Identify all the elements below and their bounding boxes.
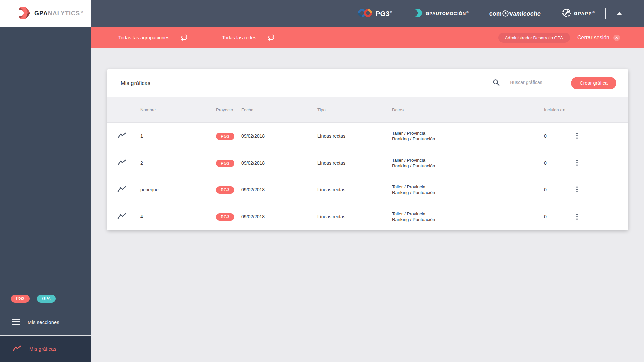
brand-gpautomocion[interactable]: GPAUTOMOCIÓN® <box>413 8 469 19</box>
card-header: Mis gráficas Crear gráfica <box>107 69 628 97</box>
cell-datos: Taller / Provincia Ranking / Puntuación <box>392 184 435 195</box>
filter-networks-label[interactable]: Todas las redes <box>222 35 256 40</box>
search-area: Crear gráfica <box>492 77 616 89</box>
filter-groupings-label[interactable]: Todas las agrupaciones <box>118 35 169 40</box>
charts-card: Mis gráficas Crear gráfica Nombre Proyec… <box>107 69 628 230</box>
logout-x-icon[interactable]: ✕ <box>613 35 620 41</box>
row-options-kebab-icon[interactable] <box>575 131 579 141</box>
cell-proyecto-badge: PG3 <box>216 160 234 166</box>
cell-fecha: 09/02/2018 <box>241 160 265 166</box>
brand-comprovamicoche[interactable]: comvamicoche <box>489 10 541 17</box>
table-row[interactable]: 1 PG3 09/02/2018 Líneas rectas Taller / … <box>107 123 628 149</box>
column-header-fecha: Fecha <box>241 107 253 112</box>
cell-tipo: Líneas rectas <box>317 160 345 166</box>
chart-line-icon <box>12 345 21 353</box>
column-header-tipo: Tipo <box>317 107 326 112</box>
divider <box>479 8 479 19</box>
gpautomocion-arrow-icon <box>413 8 423 19</box>
cell-tipo: Líneas rectas <box>317 187 345 192</box>
brand-gpapp[interactable]: GPAPP® <box>561 8 595 19</box>
divider <box>402 8 402 19</box>
sidebar-item-mis-secciones[interactable]: Mis secciones <box>0 309 91 335</box>
divider <box>605 8 606 19</box>
brand-gpapp-label: GPAPP® <box>574 11 595 16</box>
pg3-infinity-icon <box>358 9 372 19</box>
page-title: Mis gráficas <box>121 80 150 86</box>
badge-gpa[interactable]: GPA <box>37 295 55 303</box>
row-options-kebab-icon[interactable] <box>575 212 579 222</box>
cell-tipo: Líneas rectas <box>317 133 345 139</box>
cell-incluida-en: 0 <box>544 214 547 219</box>
cell-incluida-en: 0 <box>544 160 547 166</box>
brand-pg3-label: PG3® <box>376 10 392 18</box>
sidebar: PG3 GPA Mis secciones Mis gráficas <box>0 27 91 362</box>
cell-fecha: 09/02/2018 <box>241 187 265 192</box>
column-header-proyecto: Proyecto <box>216 107 233 112</box>
sidebar-project-badges: PG3 GPA <box>11 295 56 303</box>
swap-groupings-icon[interactable] <box>181 34 188 41</box>
column-header-nombre: Nombre <box>140 107 156 112</box>
table-row[interactable]: 4 PG3 09/02/2018 Líneas rectas Taller / … <box>107 203 628 230</box>
row-chart-line-icon <box>117 213 126 221</box>
cell-nombre: 1 <box>140 133 143 139</box>
cell-incluida-en: 0 <box>544 133 547 139</box>
column-header-datos: Datos <box>392 107 404 112</box>
gpapp-wrench-icon <box>561 8 571 19</box>
divider <box>551 8 551 19</box>
cell-datos: Taller / Provincia Ranking / Puntuación <box>392 157 435 169</box>
sections-menu-icon <box>12 319 20 325</box>
app-logo-text: GPANALYTICS® <box>34 10 84 17</box>
main-content: Mis gráficas Crear gráfica Nombre Proyec… <box>91 48 644 362</box>
row-chart-line-icon <box>117 132 126 140</box>
row-options-kebab-icon[interactable] <box>575 158 579 168</box>
clock-icon <box>502 10 509 17</box>
cell-tipo: Líneas rectas <box>317 214 345 219</box>
cell-nombre: peneque <box>140 187 159 192</box>
cell-fecha: 09/02/2018 <box>241 214 265 219</box>
search-icon[interactable] <box>492 79 500 88</box>
app-logo: GPANALYTICS® <box>0 0 91 27</box>
table-header-row: Nombre Proyecto Fecha Tipo Datos Incluid… <box>107 97 628 123</box>
logout-button[interactable]: Cerrar sesión <box>577 35 609 41</box>
collapse-header-arrow-icon[interactable] <box>616 12 622 15</box>
row-chart-line-icon <box>117 186 126 194</box>
current-user-badge: Administrador Desarrollo GPA <box>498 33 570 43</box>
filter-bar: Todas las agrupaciones Todas las redes A… <box>91 27 644 48</box>
search-input[interactable] <box>509 79 555 87</box>
brand-comprovamicoche-label: comvamicoche <box>489 10 541 17</box>
gpa-analytics-logo-icon <box>16 6 30 21</box>
table-row[interactable]: peneque PG3 09/02/2018 Líneas rectas Tal… <box>107 176 628 203</box>
row-chart-line-icon <box>117 159 126 167</box>
top-header-bar: PG3® GPAUTOMOCIÓN® comvamicoche GPAPP® <box>91 0 644 27</box>
sidebar-item-mis-graficas[interactable]: Mis gráficas <box>0 335 91 362</box>
create-chart-button[interactable]: Crear gráfica <box>571 77 616 89</box>
column-header-incluida-en: Incluida en <box>544 107 565 112</box>
brand-gpautomocion-label: GPAUTOMOCIÓN® <box>426 11 469 16</box>
row-options-kebab-icon[interactable] <box>575 185 579 195</box>
brand-pg3[interactable]: PG3® <box>358 9 392 19</box>
cell-nombre: 2 <box>140 160 143 166</box>
cell-proyecto-badge: PG3 <box>216 133 234 139</box>
badge-pg3[interactable]: PG3 <box>11 295 30 303</box>
cell-proyecto-badge: PG3 <box>216 187 234 192</box>
cell-incluida-en: 0 <box>544 187 547 192</box>
cell-proyecto-badge: PG3 <box>216 214 234 219</box>
cell-nombre: 4 <box>140 214 143 219</box>
swap-networks-icon[interactable] <box>268 34 275 41</box>
cell-fecha: 09/02/2018 <box>241 133 265 139</box>
cell-datos: Taller / Provincia Ranking / Puntuación <box>392 211 435 222</box>
cell-datos: Taller / Provincia Ranking / Puntuación <box>392 130 435 142</box>
table-row[interactable]: 2 PG3 09/02/2018 Líneas rectas Taller / … <box>107 149 628 176</box>
